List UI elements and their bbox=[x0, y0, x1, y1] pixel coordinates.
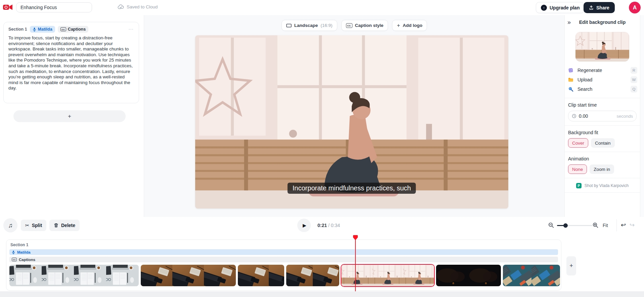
captions-track[interactable]: cc Captions bbox=[9, 257, 558, 262]
clip-credit: P Shot by Vlada Karpovich bbox=[565, 182, 640, 188]
music-button[interactable]: ♫ bbox=[3, 218, 17, 232]
landscape-frame-icon bbox=[286, 24, 292, 28]
shortcut-badge: R bbox=[631, 67, 637, 74]
timeline-section: Section 1 Matilda cc Captions bbox=[6, 239, 561, 291]
add-logo-button[interactable]: + Add logo bbox=[392, 20, 427, 31]
caption-style-button[interactable]: cc Caption style bbox=[341, 20, 388, 31]
clip-start-input[interactable]: 0.00 seconds bbox=[568, 111, 637, 121]
avatar-initial: A bbox=[633, 5, 637, 11]
upload-button[interactable]: Upload W bbox=[567, 75, 637, 84]
caption-overlay[interactable]: Incorporate mindfulness practices, such bbox=[288, 183, 416, 194]
captions-badge-label: Captions bbox=[68, 27, 86, 32]
redo-button[interactable]: ↪ bbox=[630, 221, 635, 229]
timeline-clip[interactable] bbox=[286, 265, 339, 286]
clip-thumbnail[interactable] bbox=[575, 32, 629, 62]
section-menu-button[interactable]: ⋯ bbox=[128, 26, 134, 32]
script-text[interactable]: To improve focus, start by creating a di… bbox=[8, 35, 134, 91]
add-section-button[interactable]: + bbox=[13, 110, 126, 122]
captions-track-label: Captions bbox=[19, 258, 35, 262]
aspect-ratio-value: (16:9) bbox=[320, 23, 332, 28]
fit-button[interactable]: Fit bbox=[603, 223, 608, 228]
timeline-zoom-slider[interactable] bbox=[557, 223, 590, 228]
add-logo-label: Add logo bbox=[403, 23, 422, 28]
voice-track[interactable]: Matilda bbox=[9, 249, 558, 255]
timeline-clip[interactable] bbox=[238, 265, 284, 286]
caption-style-label: Caption style bbox=[355, 23, 384, 28]
timeline-section-label: Section 1 bbox=[10, 243, 558, 247]
regenerate-button[interactable]: Regenerate R bbox=[567, 66, 637, 75]
voice-track-label: Matilda bbox=[17, 250, 31, 254]
clip-start-unit: seconds bbox=[617, 114, 633, 119]
delete-label: Delete bbox=[61, 223, 75, 228]
animation-none-button[interactable]: None bbox=[568, 164, 587, 174]
slider-thumb[interactable] bbox=[563, 223, 568, 228]
delete-button[interactable]: Delete bbox=[49, 220, 80, 231]
regenerate-label: Regenerate bbox=[577, 68, 602, 73]
dice-icon bbox=[568, 68, 573, 73]
current-time: 0:21 bbox=[317, 223, 327, 228]
project-title-input[interactable] bbox=[16, 2, 92, 12]
clock-icon bbox=[572, 114, 576, 118]
divider bbox=[616, 219, 617, 231]
trash-icon bbox=[54, 223, 58, 228]
playhead-marker-icon bbox=[353, 235, 358, 240]
section-label: Section 1 bbox=[8, 27, 27, 32]
share-label: Share bbox=[596, 5, 609, 10]
clip-thumbnail-image bbox=[575, 32, 629, 62]
cc-icon: cc bbox=[346, 23, 352, 28]
scissors-icon: ✂ bbox=[25, 223, 29, 228]
fit-contain-button[interactable]: Contain bbox=[591, 138, 615, 148]
avatar[interactable]: A bbox=[629, 2, 641, 13]
video-preview[interactable]: Incorporate mindfulness practices, such bbox=[195, 35, 508, 209]
edit-clip-panel: » Edit background clip Regenerate R Uplo… bbox=[564, 15, 640, 217]
collapse-panel-icon[interactable]: » bbox=[567, 19, 571, 25]
app-logo-icon[interactable] bbox=[3, 3, 13, 12]
horizontal-scrollbar[interactable] bbox=[0, 291, 644, 297]
add-clip-button[interactable]: + bbox=[566, 256, 576, 275]
upgrade-plan-button[interactable]: ↑ Upgrade plan bbox=[536, 2, 585, 13]
total-time: / 0:34 bbox=[327, 223, 340, 228]
share-button[interactable]: Share bbox=[584, 2, 615, 13]
cc-icon: cc bbox=[60, 27, 66, 31]
split-button[interactable]: ✂ Split bbox=[21, 220, 46, 231]
play-button[interactable]: ▶ bbox=[297, 219, 311, 232]
upload-label: Upload bbox=[577, 77, 592, 82]
share-icon bbox=[589, 5, 594, 10]
playhead-line[interactable] bbox=[355, 239, 356, 291]
voice-badge-label: Matilda bbox=[38, 27, 52, 32]
background-fit-label: Background fit bbox=[568, 130, 637, 135]
search-label: Search bbox=[577, 86, 592, 92]
cloud-check-icon bbox=[118, 4, 124, 9]
timeline-clip[interactable] bbox=[9, 265, 139, 286]
microphone-icon bbox=[12, 250, 15, 254]
timeline-clip[interactable] bbox=[503, 265, 560, 286]
section-card: Section 1 Matilda cc Captions ⋯ To impro… bbox=[3, 22, 139, 103]
time-display: 0:21 / 0:34 bbox=[317, 223, 340, 228]
panel-title: Edit background clip bbox=[565, 18, 640, 25]
filmstrip bbox=[9, 265, 558, 286]
plus-icon: + bbox=[397, 23, 400, 29]
zoom-in-icon bbox=[593, 222, 598, 228]
playhead[interactable] bbox=[353, 235, 358, 240]
fit-cover-button[interactable]: Cover bbox=[568, 138, 588, 148]
credit-text: Shot by Vlada Karpovich bbox=[585, 183, 629, 188]
timeline-clip[interactable] bbox=[436, 265, 501, 286]
undo-button[interactable]: ↩ bbox=[621, 221, 626, 229]
panel-scrollbar-gutter[interactable] bbox=[640, 15, 644, 217]
voice-badge[interactable]: Matilda bbox=[30, 26, 55, 33]
magnifier-icon bbox=[568, 86, 573, 92]
animation-zoom-in-button[interactable]: Zoom in bbox=[590, 164, 614, 174]
save-status: Saved to Cloud bbox=[118, 4, 158, 9]
save-status-label: Saved to Cloud bbox=[127, 4, 158, 9]
script-panel: Section 1 Matilda cc Captions ⋯ To impro… bbox=[0, 15, 144, 217]
shortcut-badge: Q bbox=[631, 86, 637, 92]
timeline-zoom-out-button[interactable] bbox=[548, 222, 554, 228]
timeline-clip[interactable] bbox=[141, 265, 236, 286]
topbar: Saved to Cloud ↑ Upgrade plan Share A bbox=[0, 0, 644, 15]
captions-badge[interactable]: cc Captions bbox=[58, 26, 88, 33]
pexels-icon: P bbox=[576, 183, 582, 188]
shortcut-badge: W bbox=[631, 76, 637, 83]
aspect-ratio-button[interactable]: Landscape (16:9) bbox=[282, 20, 337, 31]
timeline-zoom-in-button[interactable] bbox=[593, 222, 598, 228]
search-button[interactable]: Search Q bbox=[567, 84, 637, 94]
